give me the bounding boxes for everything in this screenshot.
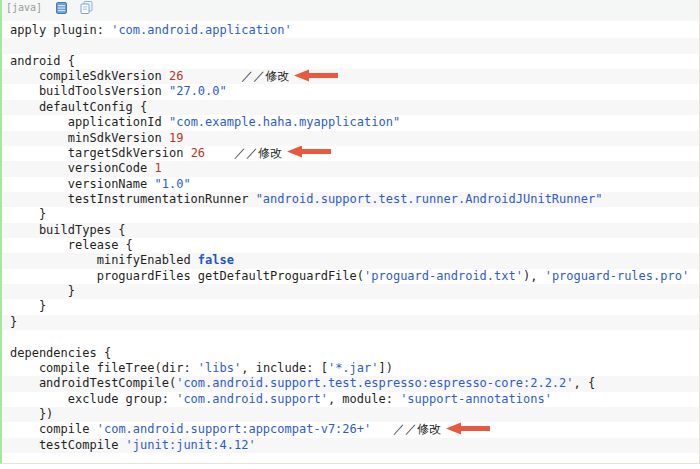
view-source-icon[interactable]: [56, 1, 67, 14]
code-token-plain: minSdkVersion: [10, 131, 169, 145]
code-line: testInstrumentationRunner "android.suppo…: [2, 192, 699, 207]
code-token-string: 'junit:junit:4.12': [126, 438, 256, 452]
code-token-plain: }: [10, 299, 46, 313]
code-token-plain: versionCode: [10, 161, 155, 175]
code-token-plain: release {: [10, 238, 133, 252]
code-token-plain: defaultConfig {: [10, 100, 147, 114]
code-token-plain: }: [10, 315, 17, 329]
code-token-plain: buildToolsVersion: [10, 84, 169, 98]
code-token-string: 'proguard-rules.pro': [545, 269, 690, 283]
code-token-string: "1.0": [155, 177, 191, 191]
code-line: minSdkVersion 19: [2, 131, 699, 146]
language-label: [java]: [6, 2, 42, 13]
code-token-plain: testInstrumentationRunner: [10, 192, 256, 206]
code-token-string: 'proguard-android.txt': [364, 269, 523, 283]
code-line: versionCode 1: [2, 161, 699, 176]
code-token-plain: }: [10, 284, 75, 298]
code-line: minifyEnabled false: [2, 253, 699, 268]
code-line: }): [2, 407, 699, 422]
code-token-string: "android.support.test.runner.AndroidJUni…: [256, 192, 603, 206]
code-token-plain: , module:: [328, 392, 400, 406]
code-line: apply plugin: 'com.android.application': [2, 23, 699, 38]
code-token-string: 'com.android.support.test.espresso:espre…: [176, 376, 573, 390]
code-token-plain: ]): [378, 361, 392, 375]
code-line: compile fileTree(dir: 'libs', include: […: [2, 361, 699, 376]
code-token-string: 'com.android.support:appcompat-v7:26+': [97, 422, 372, 436]
code-line: }: [2, 315, 699, 330]
code-area: apply plugin: 'com.android.application'a…: [2, 21, 699, 463]
code-token-plain: apply plugin:: [10, 23, 111, 37]
code-token-plain: applicationId: [10, 115, 169, 129]
code-line: applicationId "com.example.haha.myapplic…: [2, 115, 699, 130]
code-token-string: '*.jar': [328, 361, 379, 375]
code-token-plain: versionName: [10, 177, 155, 191]
code-token-plain: minifyEnabled: [10, 253, 198, 267]
code-line: }: [2, 299, 699, 314]
code-token-comment: ／／修改: [234, 146, 282, 160]
code-token-plain: }: [10, 207, 46, 221]
code-line: release {: [2, 238, 699, 253]
code-token-plain: [205, 146, 234, 160]
code-token-number: 1: [155, 161, 162, 175]
code-line: }: [2, 284, 699, 299]
code-token-string: 'com.android.application': [111, 23, 292, 37]
code-token-plain: android {: [10, 54, 75, 68]
code-line: [2, 330, 699, 345]
code-token-plain: targetSdkVersion: [10, 146, 191, 160]
code-token-comment: ／／修改: [393, 422, 441, 436]
code-token-plain: [371, 422, 393, 436]
code-line: exclude group: 'com.android.support', mo…: [2, 392, 699, 407]
code-line: android {: [2, 54, 699, 69]
code-line: buildTypes {: [2, 223, 699, 238]
annotation-arrow-icon: [287, 146, 331, 159]
code-line: compile 'com.android.support:appcompat-v…: [2, 422, 699, 437]
code-line: versionName "1.0": [2, 177, 699, 192]
code-token-plain: , {: [574, 376, 596, 390]
annotation-arrow-icon: [446, 422, 490, 435]
code-token-plain: [183, 69, 241, 83]
code-token-plain: dependencies {: [10, 346, 111, 360]
code-line: [2, 38, 699, 53]
code-toolbar: [java]: [2, 0, 699, 21]
code-token-plain: testCompile: [10, 438, 126, 452]
code-token-string: "com.example.haha.myapplication": [169, 115, 400, 129]
code-token-number: 26: [169, 69, 183, 83]
code-line: dependencies {: [2, 346, 699, 361]
code-token-plain: , include: [: [241, 361, 328, 375]
code-line: targetSdkVersion 26 ／／修改: [2, 146, 699, 161]
code-token-plain: proguardFiles getDefaultProguardFile(: [10, 269, 364, 283]
code-token-plain: compile: [10, 422, 97, 436]
code-token-number: 19: [169, 131, 183, 145]
code-line: }: [2, 207, 699, 222]
code-token-comment: ／／修改: [241, 69, 289, 83]
code-token-plain: compileSdkVersion: [10, 69, 169, 83]
code-token-keyword: false: [198, 253, 234, 267]
code-line: testCompile 'junit:junit:4.12': [2, 438, 699, 453]
code-snippet-block: [java] apply plugin: 'com.android.applic…: [0, 0, 700, 464]
code-token-plain: }): [10, 407, 53, 421]
code-line: compileSdkVersion 26 ／／修改: [2, 69, 699, 84]
code-line: androidTestCompile('com.android.support.…: [2, 376, 699, 391]
code-token-plain: buildTypes {: [10, 223, 126, 237]
code-token-string: "27.0.0": [169, 84, 227, 98]
code-token-string: 'com.android.support': [176, 392, 328, 406]
code-line: proguardFiles getDefaultProguardFile('pr…: [2, 269, 699, 284]
code-token-string: 'support-annotations': [400, 392, 552, 406]
code-token-number: 26: [191, 146, 205, 160]
annotation-arrow-icon: [294, 69, 338, 82]
code-token-plain: ),: [523, 269, 545, 283]
code-token-string: 'libs': [198, 361, 241, 375]
code-token-plain: exclude group:: [10, 392, 176, 406]
code-token-plain: compile fileTree(dir:: [10, 361, 198, 375]
copy-icon[interactable]: [80, 1, 93, 14]
code-line: defaultConfig {: [2, 100, 699, 115]
code-token-plain: androidTestCompile(: [10, 376, 176, 390]
code-line: buildToolsVersion "27.0.0": [2, 84, 699, 99]
